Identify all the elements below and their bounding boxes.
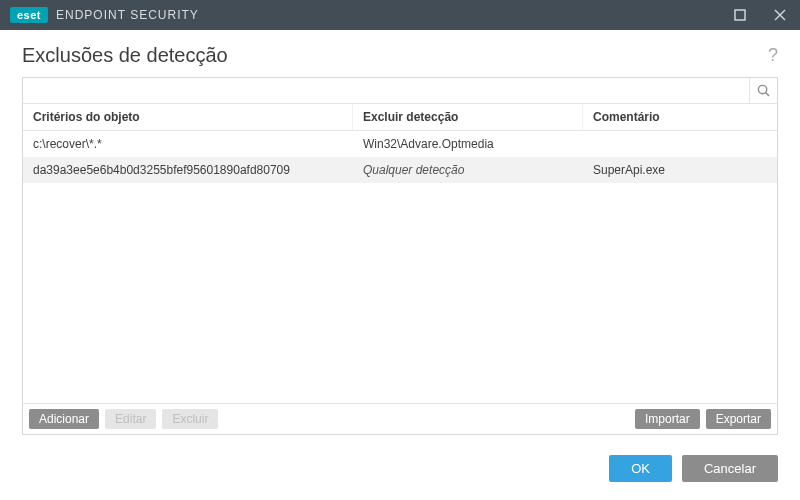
product-name: ENDPOINT SECURITY — [56, 8, 199, 22]
cell-comment: SuperApi.exe — [583, 157, 777, 183]
table-row[interactable]: da39a3ee5e6b4b0d3255bfef95601890afd80709… — [23, 157, 777, 183]
dialog-footer: OK Cancelar — [0, 435, 800, 482]
col-header-comment[interactable]: Comentário — [583, 104, 777, 130]
search-button[interactable] — [749, 78, 777, 103]
cell-detection: Qualquer detecção — [353, 157, 583, 183]
cell-criteria: c:\recover\*.* — [23, 131, 353, 157]
ok-button[interactable]: OK — [609, 455, 672, 482]
svg-line-4 — [766, 93, 769, 96]
svg-point-3 — [758, 85, 766, 93]
page-title: Exclusões de detecção — [22, 44, 768, 67]
window-close-button[interactable] — [760, 0, 800, 30]
close-icon — [774, 9, 786, 21]
cell-comment — [583, 131, 777, 157]
table-header-row: Critérios do objeto Excluir detecção Com… — [23, 104, 777, 131]
import-button[interactable]: Importar — [635, 409, 700, 429]
svg-rect-0 — [735, 10, 745, 20]
cancel-button[interactable]: Cancelar — [682, 455, 778, 482]
col-header-detection[interactable]: Excluir detecção — [353, 104, 583, 130]
cell-detection: Win32\Advare.Optmedia — [353, 131, 583, 157]
delete-button: Excluir — [162, 409, 218, 429]
table-body: c:\recover\*.*Win32\Advare.Optmediada39a… — [23, 131, 777, 183]
search-icon — [757, 84, 770, 97]
brand-logo: eset — [10, 7, 48, 23]
col-header-criteria[interactable]: Critérios do objeto — [23, 104, 353, 130]
help-icon[interactable]: ? — [768, 45, 778, 66]
add-button[interactable]: Adicionar — [29, 409, 99, 429]
action-bar: Adicionar Editar Excluir Importar Export… — [23, 403, 777, 434]
window-minimize-button[interactable] — [720, 0, 760, 30]
cell-criteria: da39a3ee5e6b4b0d3255bfef95601890afd80709 — [23, 157, 353, 183]
search-bar — [23, 78, 777, 104]
content-panel: Critérios do objeto Excluir detecção Com… — [22, 77, 778, 435]
window-titlebar: eset ENDPOINT SECURITY — [0, 0, 800, 30]
exclusions-table: Critérios do objeto Excluir detecção Com… — [23, 104, 777, 403]
edit-button: Editar — [105, 409, 156, 429]
table-row[interactable]: c:\recover\*.*Win32\Advare.Optmedia — [23, 131, 777, 157]
search-input[interactable] — [23, 80, 749, 102]
export-button[interactable]: Exportar — [706, 409, 771, 429]
minimize-icon — [734, 9, 746, 21]
page-header: Exclusões de detecção ? — [0, 30, 800, 77]
